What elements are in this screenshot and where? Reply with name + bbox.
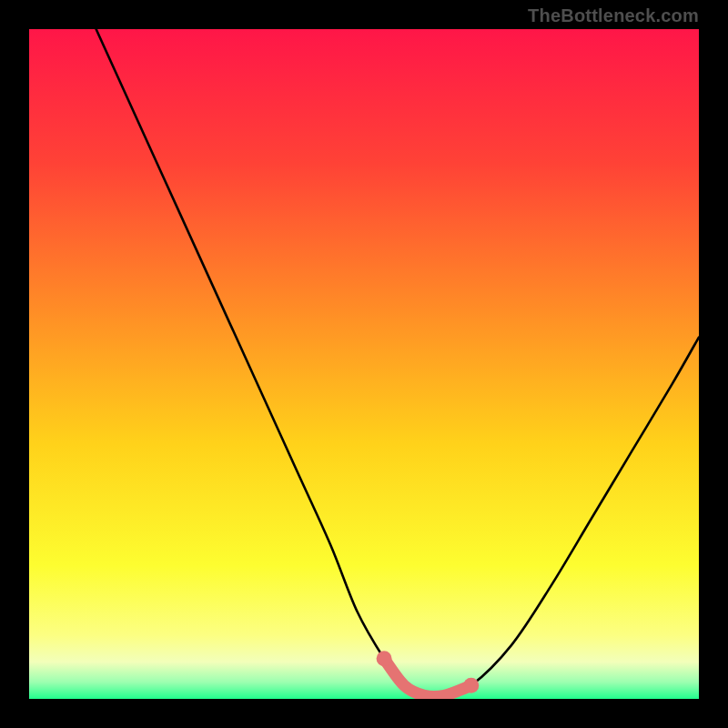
chart-plot-area bbox=[29, 29, 699, 699]
chart-svg bbox=[29, 29, 699, 699]
highlight-endpoint bbox=[377, 651, 392, 666]
watermark-text: TheBottleneck.com bbox=[528, 5, 699, 26]
chart-background bbox=[29, 29, 699, 699]
chart-frame: TheBottleneck.com bbox=[0, 0, 728, 728]
highlight-endpoint bbox=[463, 678, 479, 693]
